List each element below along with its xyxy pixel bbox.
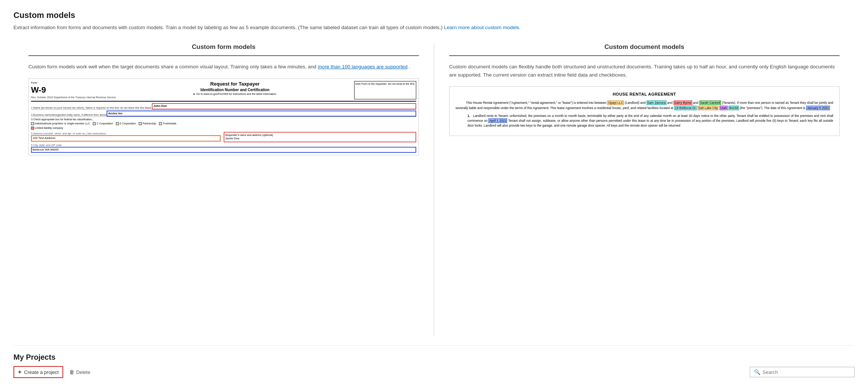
projects-title: My Projects: [13, 353, 55, 362]
w9-irs: Internal Revenue Service: [86, 96, 116, 99]
rental-title: HOUSE RENTAL AGREEMENT: [456, 91, 833, 97]
w9-dept: Department of the Treasury: [53, 96, 85, 99]
w9-address-value: 100 Test Address: [31, 135, 221, 141]
my-projects-section: My Projects + Create a project 🗑 Delete …: [13, 346, 855, 384]
w9-title-sub: Identification Number and Certification: [117, 87, 353, 92]
rental-para-2: 1. Landlord rents to Tenant, unfurnished…: [456, 114, 833, 128]
w9-form-id: W-9: [31, 85, 116, 96]
page-description: Extract information from forms and docum…: [13, 24, 855, 31]
w9-label-individual: Individual/sole proprietor or single-mem…: [35, 122, 90, 125]
w9-right-box: Give Form to the requester. Do not send …: [354, 81, 416, 99]
w9-checkbox-partnership: [139, 122, 142, 125]
w9-field3-label: 3 Check appropriate box for federal tax …: [31, 118, 416, 121]
search-box[interactable]: 🔍: [750, 367, 855, 377]
w9-form-preview: Form W-9 Rev. October 2018 Department of…: [28, 78, 419, 155]
w9-requester-box: Requester's name and address (optional) …: [224, 132, 416, 142]
w9-requester-value: Jamie Doe: [225, 137, 415, 140]
w9-field2-value: Arctex Inc: [107, 111, 416, 117]
search-icon: 🔍: [754, 369, 760, 375]
tenant1: Sam Zamora: [647, 100, 666, 105]
w9-label-c-corp: C Corporation: [96, 122, 113, 125]
w9-title-main: Request for Taxpayer: [117, 81, 353, 87]
projects-header: My Projects: [13, 353, 855, 362]
w9-checkbox-c-corp: [93, 122, 96, 125]
w9-checkbox-individual: [31, 122, 34, 125]
search-input[interactable]: [763, 369, 850, 375]
page-title: Custom models: [13, 10, 855, 20]
w9-checkbox-trust: [159, 122, 162, 125]
rental-zip: 84158: [729, 106, 739, 110]
start-date: April 1 2021: [488, 118, 507, 123]
w9-url: ► Go to www.irs.gov/FormW9 for instructi…: [193, 93, 277, 95]
agreement-date: January 5 2021: [806, 106, 830, 110]
custom-form-models-title: Custom form models: [28, 43, 419, 56]
w9-label-llc: Limited liability company: [35, 126, 63, 130]
rental-city: Salt Lake City: [697, 106, 718, 110]
w9-form-rev: Rev. October 2018: [31, 96, 53, 99]
rental-body: This House Rental Agreement ("Agreement,…: [456, 100, 833, 128]
w9-city-value: Bellevue WA 98005: [31, 147, 416, 153]
delete-label: Delete: [76, 369, 91, 375]
tenant2: Garry Byrne: [674, 100, 692, 105]
custom-form-models-description: Custom form models work well when the ta…: [28, 63, 419, 71]
w9-checkbox-s-corp: [116, 122, 119, 125]
create-project-label: Create a project: [24, 369, 59, 375]
rental-state: Utah: [720, 106, 728, 110]
w9-label-trust: Trust/estate: [163, 122, 177, 125]
w9-form-label: Form: [31, 81, 37, 84]
rental-para-1: This House Rental Agreement ("Agreement,…: [456, 100, 833, 110]
delete-button[interactable]: 🗑 Delete: [69, 369, 91, 375]
trash-icon: 🗑: [69, 369, 74, 375]
w9-field2-label: 2 Business name/disregarded entity name,…: [31, 113, 107, 117]
create-project-button[interactable]: + Create a project: [13, 366, 63, 378]
languages-link[interactable]: more than 100 languages are supported: [318, 64, 408, 69]
learn-more-link[interactable]: Learn more about custom models.: [444, 25, 521, 30]
plus-icon: +: [18, 369, 21, 375]
w9-label-partnership: Partnership: [142, 122, 156, 125]
w9-field1-value: John Doe: [152, 103, 416, 109]
w9-city-field: 6 City, state, and ZIP code Bellevue WA …: [31, 143, 416, 153]
rental-address: 19 Bellevue Dr: [674, 106, 697, 110]
custom-document-models-column: Custom document models Custom document m…: [434, 43, 855, 336]
tenant3: Sarah Cantreil: [699, 100, 721, 105]
w9-checkbox-llc: [31, 127, 34, 130]
w9-llc-section: Limited liability company: [31, 126, 416, 130]
rental-agreement-preview: HOUSE RENTAL AGREEMENT This House Rental…: [449, 86, 840, 136]
w9-label-s-corp: S Corporation: [120, 122, 136, 125]
custom-document-models-description: Custom document models can flexibly hand…: [449, 63, 840, 79]
w9-requester-label: Requester's name and address (optional): [225, 133, 415, 137]
projects-toolbar: + Create a project 🗑 Delete: [13, 366, 90, 378]
custom-form-models-column: Custom form models Custom form models wo…: [13, 43, 434, 336]
landlord-company: Opayi LLC: [607, 100, 624, 105]
w9-field1-label: 1 Name (as shown on your income tax retu…: [31, 106, 152, 109]
custom-document-models-title: Custom document models: [449, 43, 840, 56]
w9-address-field: 5 Address (number, street, and apt. or s…: [31, 132, 221, 142]
w9-checkboxes: Individual/sole proprietor or single-mem…: [31, 122, 416, 125]
